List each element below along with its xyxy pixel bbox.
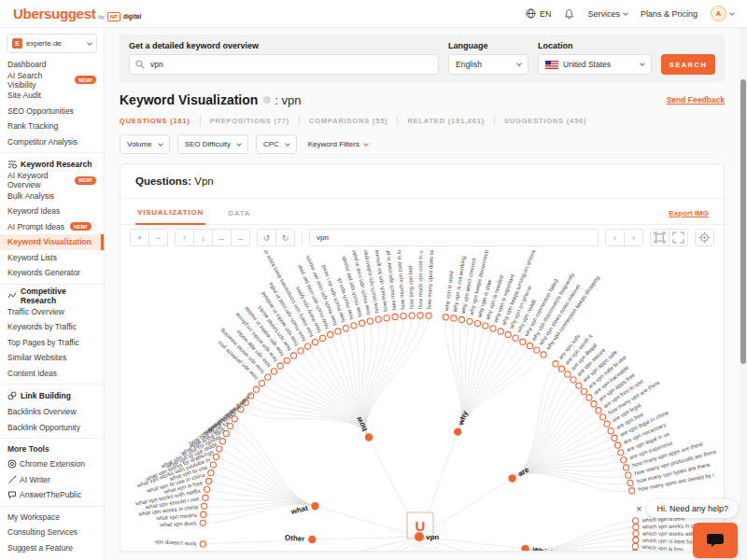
sidebar-item-ai-keyword-overview[interactable]: AI Keyword OverviewNEW! (0, 173, 104, 189)
tree-branch-label[interactable]: what (289, 504, 309, 516)
tab-related[interactable]: RELATED (191,861) (407, 117, 485, 125)
pan-down-button[interactable]: ↓ (193, 229, 213, 246)
language-switcher[interactable]: EN (526, 8, 552, 19)
sidebar-item-keywords-generator[interactable]: Keywords Generator (0, 265, 104, 281)
sidebar-item-keyword-ideas[interactable]: Keyword Ideas (0, 203, 104, 219)
tree-root-node[interactable] (415, 532, 424, 541)
tree-leaf-node[interactable] (618, 450, 624, 455)
tree-leaf-node[interactable] (627, 480, 633, 485)
sidebar-item-ai-prompt-ideas[interactable]: AI Prompt IdeasNEW! (0, 219, 104, 235)
sidebar-item-suggest-a-feature[interactable]: Suggest a Feature (0, 540, 104, 556)
tree-leaf-node[interactable] (277, 363, 283, 369)
tree-leaf-node[interactable] (600, 414, 606, 420)
tree-leaf-node[interactable] (305, 343, 311, 349)
workspace-selector[interactable]: E experte.de (7, 34, 97, 53)
tree-leaf-node[interactable] (205, 478, 211, 483)
tree-leaf-node[interactable] (534, 347, 540, 353)
tree-leaf-node[interactable] (401, 314, 406, 319)
sidebar-section-link-building[interactable]: Link Building (0, 387, 104, 404)
tab-comparisons[interactable]: COMPARISONS (55) (309, 117, 388, 125)
sidebar-item-keywords-by-traffic[interactable]: Keywords by Traffic (0, 319, 104, 335)
tree-leaf-node[interactable] (614, 442, 620, 448)
tree-leaf-node[interactable] (335, 329, 341, 334)
language-select[interactable]: English (448, 54, 529, 75)
tree-leaf-node[interactable] (443, 315, 448, 320)
tree-leaf-node[interactable] (591, 401, 597, 407)
tree-leaf-label[interactable]: how many vpns does israel own (426, 250, 435, 309)
tree-leaf-node[interactable] (576, 383, 582, 388)
tree-leaf-node[interactable] (343, 326, 348, 331)
tree-leaf-node[interactable] (553, 361, 558, 367)
tree-leaf-node[interactable] (596, 408, 601, 413)
sidebar-item-competitor-analysis[interactable]: Competitor Analysis (0, 134, 104, 150)
sidebar-item-keyword-lists[interactable]: Keyword Lists (0, 250, 104, 266)
page-scrollbar[interactable] (740, 28, 747, 560)
tree-leaf-node[interactable] (290, 353, 296, 358)
card-tab-visualization[interactable]: VISUALIZATION (135, 208, 205, 225)
sidebar-item-consulting-services[interactable]: Consulting Services (0, 525, 104, 540)
sidebar-item-my-workspace[interactable]: My Workspace (0, 510, 104, 525)
tree-leaf-node[interactable] (375, 316, 381, 322)
tab-questions[interactable]: QUESTIONS (161) (120, 117, 190, 125)
zoom-in-button[interactable]: + (130, 229, 149, 246)
tree-leaf-node[interactable] (626, 472, 631, 478)
center-focus-button[interactable] (695, 229, 714, 246)
sidebar-item-bulk-analysis[interactable]: Bulk Analysis (0, 189, 104, 204)
tree-leaf-node[interactable] (259, 380, 264, 385)
tree-branch-node-how[interactable] (365, 433, 373, 441)
notifications-bell-icon[interactable] (564, 8, 574, 20)
tab-prepositions[interactable]: PREPOSITIONS (77) (210, 117, 289, 125)
viz-canvas[interactable]: how vpn workshow vpn works on iphonehow … (120, 250, 724, 552)
tree-leaf-node[interactable] (571, 377, 576, 383)
plans-pricing-link[interactable]: Plans & Pricing (641, 9, 698, 19)
tree-leaf-node[interactable] (200, 520, 205, 525)
tree-leaf-node[interactable] (253, 386, 259, 392)
tree-branch-label[interactable]: Which (532, 546, 556, 552)
tree-branch-node-what[interactable] (311, 502, 318, 510)
tree-leaf-node[interactable] (223, 430, 229, 436)
zoom-out-button[interactable]: − (148, 229, 168, 246)
location-select[interactable]: United States (538, 54, 652, 75)
tree-branch-label[interactable]: why (457, 410, 471, 427)
tree-leaf-node[interactable] (200, 541, 205, 547)
tree-leaf-node[interactable] (208, 470, 214, 476)
chat-close-icon[interactable]: × (636, 503, 641, 514)
fullscreen-button[interactable] (669, 229, 688, 246)
sidebar-item-chrome-extension[interactable]: Chrome Extension (0, 456, 104, 472)
sidebar-item-backlinks-overview[interactable]: Backlinks Overview (0, 404, 104, 420)
pan-right-button[interactable]: → (231, 229, 250, 246)
info-icon[interactable] (263, 96, 271, 104)
tree-leaf-node[interactable] (328, 331, 333, 337)
tree-leaf-node[interactable] (426, 313, 431, 318)
tree-leaf-node[interactable] (202, 503, 207, 509)
tree-leaf-node[interactable] (513, 335, 518, 341)
tree-leaf-node[interactable] (604, 421, 610, 427)
viz-query-input[interactable] (309, 229, 599, 246)
chat-launcher-button[interactable] (693, 523, 738, 558)
send-feedback-link[interactable]: Send Feedback (667, 95, 725, 105)
prev-button[interactable]: ‹ (605, 229, 625, 246)
tree-leaf-node[interactable] (467, 318, 472, 324)
tree-leaf-node[interactable] (384, 315, 389, 321)
tree-branch-node-are[interactable] (508, 474, 515, 482)
tree-leaf-node[interactable] (213, 454, 218, 459)
tree-leaf-label[interactable]: how much vpn cost in usa (417, 250, 423, 309)
sidebar-item-similar-websites[interactable]: Similar Websites (0, 350, 104, 366)
account-menu[interactable]: A (711, 6, 734, 21)
tree-leaf-node[interactable] (319, 335, 325, 341)
tree-leaf-node[interactable] (451, 315, 457, 321)
tree-leaf-label[interactable]: how long vpn last (407, 265, 415, 309)
tree-leaf-node[interactable] (367, 318, 373, 324)
pan-up-button[interactable]: ↑ (175, 229, 194, 246)
tree-leaf-node[interactable] (228, 423, 233, 428)
tree-leaf-node[interactable] (541, 352, 546, 357)
tree-leaf-node[interactable] (629, 488, 635, 494)
tree-leaf-node[interactable] (392, 314, 398, 319)
tab-suggestions[interactable]: SUGGESTIONS (450) (504, 117, 586, 125)
tree-branch-node-other[interactable] (308, 536, 316, 543)
scrollbar-thumb[interactable] (740, 79, 746, 364)
tree-leaf-node[interactable] (581, 388, 586, 394)
sidebar-item-backlink-opportunity[interactable]: Backlink Opportunity (0, 420, 104, 436)
tree-leaf-node[interactable] (312, 339, 317, 344)
tree-leaf-node[interactable] (612, 435, 617, 441)
